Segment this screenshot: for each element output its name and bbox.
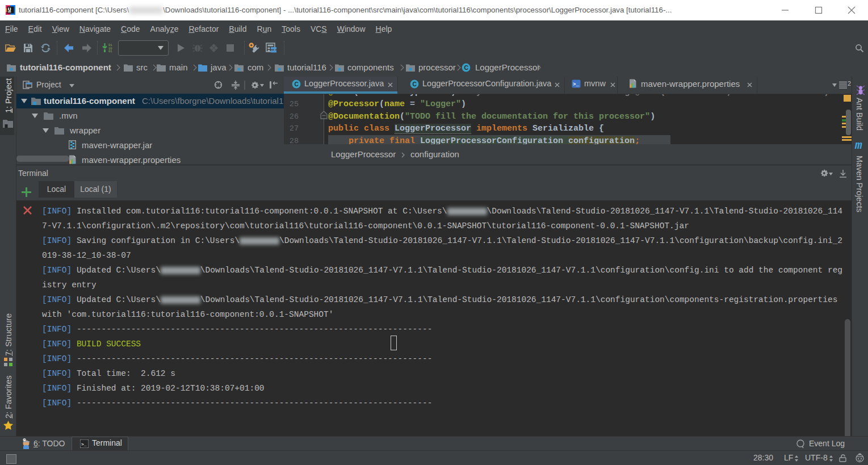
svg-text:01: 01 bbox=[108, 50, 112, 53]
svg-text:C: C bbox=[464, 65, 468, 71]
svg-text:C: C bbox=[294, 81, 299, 87]
svg-text:C: C bbox=[412, 81, 417, 87]
svg-text:>_: >_ bbox=[81, 442, 87, 447]
svg-text:>_: >_ bbox=[573, 82, 579, 87]
